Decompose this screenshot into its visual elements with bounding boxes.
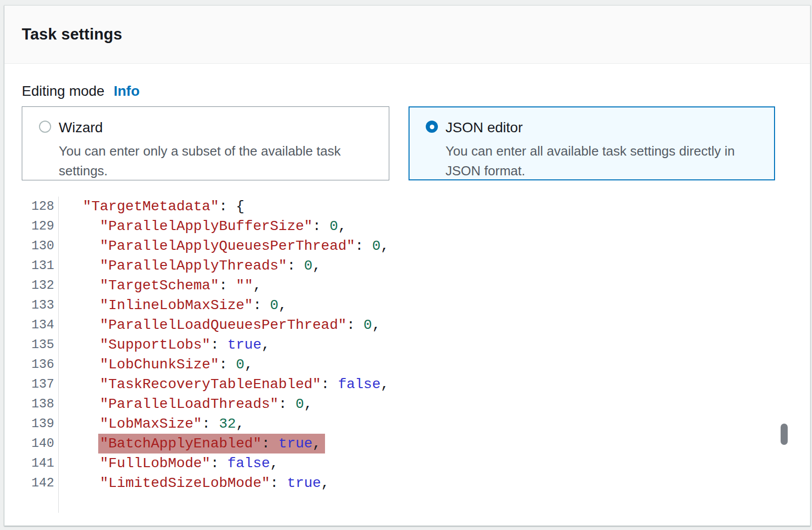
line-number: 134 [22,315,59,335]
code-content: "ParallelLoadQueuesPerThread": 0, [59,315,381,335]
line-number: 132 [22,276,59,295]
code-content: "TargetSchema": "", [59,276,262,295]
code-line[interactable]: 135 "SupportLobs": true, [22,335,793,355]
line-number: 129 [22,216,59,236]
code-content: "ParallelApplyBufferSize": 0, [59,216,347,236]
code-content: "SupportLobs": true, [59,335,270,355]
radio-unselected-icon[interactable] [39,121,51,133]
code-line[interactable]: 140 "BatchApplyEnabled": true, [22,434,793,453]
task-settings-panel: Task settings Editing mode Info Wizard Y… [4,5,810,526]
line-number: 140 [22,434,59,453]
code-line[interactable]: 141 "FullLobMode": false, [22,453,793,473]
code-line[interactable]: 130 "ParallelApplyQueuesPerThread": 0, [22,236,793,256]
code-content: "ParallelApplyQueuesPerThread": 0, [59,236,389,256]
code-line[interactable] [22,493,793,513]
option-json-editor-text: JSON editor You can enter all available … [445,119,749,181]
scrollbar-thumb[interactable] [781,424,788,445]
option-wizard[interactable]: Wizard You can enter only a subset of th… [22,106,389,180]
code-line[interactable]: 134 "ParallelLoadQueuesPerThread": 0, [22,315,793,335]
code-line[interactable]: 139 "LobMaxSize": 32, [22,414,793,434]
code-line[interactable]: 129 "ParallelApplyBufferSize": 0, [22,216,793,236]
line-number: 142 [22,473,59,493]
json-editor-code[interactable]: 128 "TargetMetadata": {129 "ParallelAppl… [22,197,793,513]
line-number: 136 [22,355,59,374]
page-title: Task settings [22,25,122,44]
highlighted-code: "BatchApplyEnabled": true, [98,434,325,453]
code-line[interactable]: 132 "TargetSchema": "", [22,276,793,295]
code-line[interactable]: 142 "LimitedSizeLobMode": true, [22,473,793,493]
radio-selected-icon[interactable] [426,121,438,133]
option-description: You can enter all available task setting… [445,141,749,181]
option-title: Wizard [59,119,362,136]
code-line[interactable]: 138 "ParallelLoadThreads": 0, [22,394,793,414]
line-number: 130 [22,236,59,256]
code-line[interactable]: 128 "TargetMetadata": { [22,197,793,216]
code-content: "ParallelApplyThreads": 0, [59,256,321,276]
line-number: 141 [22,453,59,473]
code-content: "TaskRecoveryTableEnabled": false, [59,374,389,394]
editing-mode-row: Editing mode Info [22,81,793,101]
code-content: "FullLobMode": false, [59,453,278,473]
info-link[interactable]: Info [113,81,139,101]
code-line[interactable]: 137 "TaskRecoveryTableEnabled": false, [22,374,793,394]
code-content: "TargetMetadata": { [59,197,245,216]
editing-mode-label: Editing mode [22,81,104,101]
line-number: 137 [22,374,59,394]
line-number: 139 [22,414,59,434]
code-line[interactable]: 136 "LobChunkSize": 0, [22,355,793,374]
code-content: "InlineLobMaxSize": 0, [59,295,287,315]
code-content: "BatchApplyEnabled": true, [59,434,325,453]
code-line[interactable]: 133 "InlineLobMaxSize": 0, [22,295,793,315]
option-wizard-text: Wizard You can enter only a subset of th… [59,119,362,181]
code-content: "LobMaxSize": 32, [59,414,245,434]
line-number: 128 [22,197,59,216]
line-number: 138 [22,394,59,414]
line-number: 133 [22,295,59,315]
code-content: "LimitedSizeLobMode": true, [59,473,330,493]
code-content: "LobChunkSize": 0, [59,355,253,374]
option-description: You can enter only a subset of the avail… [59,141,362,181]
line-number [22,493,59,513]
panel-body: Editing mode Info Wizard You can enter o… [5,64,810,513]
line-number: 135 [22,335,59,355]
code-content: "ParallelLoadThreads": 0, [59,394,312,414]
line-number: 131 [22,256,59,276]
panel-header: Task settings [5,6,810,64]
code-line[interactable]: 131 "ParallelApplyThreads": 0, [22,256,793,276]
option-json-editor[interactable]: JSON editor You can enter all available … [409,106,775,180]
editing-mode-options: Wizard You can enter only a subset of th… [22,106,793,180]
option-title: JSON editor [445,119,749,136]
code-content [59,493,66,513]
